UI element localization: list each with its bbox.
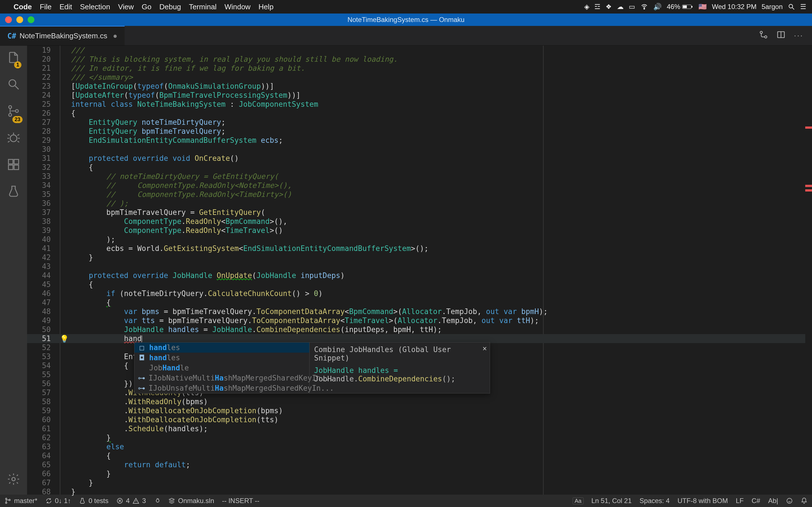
cursor-position[interactable]: Ln 51, Col 21	[592, 497, 632, 505]
notifications-icon[interactable]	[801, 497, 808, 504]
eol[interactable]: LF	[736, 497, 744, 505]
code-line[interactable]: 22/// </summary>	[27, 73, 812, 82]
encoding[interactable]: UTF-8 with BOM	[677, 497, 728, 505]
code-line[interactable]: 58 .WithReadOnly(bpms)	[27, 397, 812, 406]
code-line[interactable]: 65 return default;	[27, 460, 812, 469]
language-mode[interactable]: C#	[752, 497, 760, 505]
code-line[interactable]: 63 else	[27, 442, 812, 451]
window-minimize-icon[interactable]	[16, 16, 23, 23]
suggest-item[interactable]: JobHandle	[135, 363, 309, 373]
app-name[interactable]: Code	[13, 3, 32, 11]
username[interactable]: 5argon	[762, 3, 783, 11]
menu-window[interactable]: Window	[224, 3, 250, 11]
code-line[interactable]: 40 );	[27, 235, 812, 244]
code-line[interactable]: 61 .Schedule(handles);	[27, 424, 812, 433]
code-line[interactable]: 31 protected override void OnCreate()	[27, 154, 812, 163]
display-icon[interactable]: ▭	[629, 3, 635, 11]
menu-go[interactable]: Go	[142, 3, 152, 11]
code-line[interactable]: 20/// This is blocking system, in real p…	[27, 55, 812, 64]
code-line[interactable]: 46 if (noteTimeDirtyQuery.CalculateChunk…	[27, 289, 812, 298]
clock[interactable]: Wed 10:32 PM	[712, 3, 756, 11]
code-line[interactable]: 47 {	[27, 298, 812, 307]
code-line[interactable]: 37 bpmTimeTravelQuery = GetEntityQuery(	[27, 208, 812, 217]
code-line[interactable]: 34 // ComponentType.ReadOnly<NoteTime>()…	[27, 181, 812, 190]
suggest-item[interactable]: ◘handles	[135, 353, 309, 363]
settings-gear-icon[interactable]	[7, 479, 20, 488]
indentation[interactable]: Spaces: 4	[640, 497, 670, 505]
wifi-icon[interactable]	[640, 3, 648, 11]
testing-icon[interactable]	[7, 184, 20, 200]
code-line[interactable]: 19///	[27, 46, 812, 55]
cloud-icon[interactable]: ☁	[617, 3, 624, 11]
code-line[interactable]: 66 }	[27, 469, 812, 478]
code-line[interactable]: 21/// In editor, it is fine if we lag fo…	[27, 64, 812, 73]
feedback-icon[interactable]	[786, 497, 793, 504]
solution-indicator[interactable]: Onmaku.sln	[168, 497, 214, 505]
code-line[interactable]: 60 .WithDeallocateOnJobCompletion(tts)	[27, 415, 812, 424]
search-icon[interactable]	[7, 77, 20, 93]
fire-icon[interactable]	[154, 497, 160, 504]
code-line[interactable]: 33 // noteTimeDirtyQuery = GetEntityQuer…	[27, 172, 812, 181]
battery-icon[interactable]: 46%	[667, 3, 693, 11]
overview-ruler[interactable]	[805, 46, 812, 495]
menu-terminal[interactable]: Terminal	[189, 3, 216, 11]
lightbulb-icon[interactable]: 💡	[60, 335, 69, 343]
code-line[interactable]: 26{	[27, 109, 812, 118]
code-line[interactable]: 41 ecbs = World.GetExistingSystem<EndSim…	[27, 244, 812, 253]
suggest-item[interactable]: ⊶IJobNativeMultiHashMapMergedSharedKeyIn…	[135, 373, 309, 383]
more-actions-icon[interactable]: ···	[794, 31, 804, 40]
code-line[interactable]: 64 {	[27, 451, 812, 460]
case-sensitive-icon[interactable]: Aa	[573, 497, 583, 504]
suggest-list[interactable]: □handles◘handlesJobHandle⊶IJobNativeMult…	[135, 342, 309, 393]
menu-file[interactable]: File	[40, 3, 52, 11]
suggest-item[interactable]: □handles	[135, 342, 309, 353]
code-line[interactable]: 59 .WithDeallocateOnJobCompletion(bpms)	[27, 406, 812, 415]
code-line[interactable]: 45 {	[27, 280, 812, 289]
split-editor-icon[interactable]	[776, 30, 785, 41]
code-line[interactable]: 36 // );	[27, 199, 812, 208]
code-line[interactable]: 44 protected override JobHandle OnUpdate…	[27, 271, 812, 280]
code-line[interactable]: 27 EntityQuery noteTimeDirtyQuery;	[27, 118, 812, 127]
menu-selection[interactable]: Selection	[80, 3, 110, 11]
dropbox-icon[interactable]: ❖	[606, 3, 612, 11]
close-icon[interactable]: ×	[483, 344, 487, 353]
code-line[interactable]: 38 ComponentType.ReadOnly<BpmCommand>(),	[27, 217, 812, 226]
code-line[interactable]: 50 JobHandle handles = JobHandle.Combine…	[27, 325, 812, 334]
code-line[interactable]: 25internal class NoteTimeBakingSystem : …	[27, 100, 812, 109]
spotlight-icon[interactable]	[788, 3, 795, 10]
code-line[interactable]: 28 EntityQuery bpmTimeTravelQuery;	[27, 127, 812, 136]
extensions-icon[interactable]	[7, 158, 20, 173]
flag-icon[interactable]: 🇺🇸	[698, 3, 707, 11]
debug-icon[interactable]	[7, 131, 20, 147]
menu-edit[interactable]: Edit	[59, 3, 72, 11]
window-maximize-icon[interactable]	[28, 16, 35, 23]
sync-icon[interactable]: ☲	[594, 3, 601, 11]
code-line[interactable]: 51 hand	[27, 334, 812, 343]
menu-view[interactable]: View	[118, 3, 134, 11]
unity-icon[interactable]: ◈	[584, 3, 589, 11]
code-line[interactable]: 68}	[27, 487, 812, 496]
problems-status[interactable]: 4 3	[116, 497, 146, 505]
branch-indicator[interactable]: master*	[4, 497, 38, 505]
code-line[interactable]: 42 }	[27, 253, 812, 262]
code-line[interactable]: 24[UpdateAfter(typeof(BpmTimeTravelProce…	[27, 91, 812, 100]
window-close-icon[interactable]	[5, 16, 12, 23]
code-line[interactable]: 49 var tts = bpmTimeTravelQuery.ToCompon…	[27, 316, 812, 325]
sync-status[interactable]: 0↓ 1↑	[45, 497, 71, 505]
menu-help[interactable]: Help	[259, 3, 273, 11]
ext-indicator[interactable]: Ab|	[768, 497, 778, 505]
tests-status[interactable]: 0 tests	[79, 497, 109, 505]
volume-icon[interactable]: 🔊	[653, 3, 662, 11]
code-line[interactable]: 23[UpdateInGroup(typeof(OnmakuSimulation…	[27, 82, 812, 91]
code-line[interactable]: 39 ComponentType.ReadOnly<TimeTravel>()	[27, 226, 812, 235]
compare-changes-icon[interactable]	[759, 30, 768, 41]
code-line[interactable]: 62 }	[27, 433, 812, 442]
menu-debug[interactable]: Debug	[159, 3, 181, 11]
code-line[interactable]: 30	[27, 145, 812, 154]
code-line[interactable]: 35 // ComponentType.ReadOnly<TimeDirty>(…	[27, 190, 812, 199]
code-line[interactable]: 32 {	[27, 163, 812, 172]
control-center-icon[interactable]: ☰	[800, 3, 806, 11]
code-line[interactable]: 67 }	[27, 478, 812, 487]
code-line[interactable]: 48 var bpms = bpmTimeTravelQuery.ToCompo…	[27, 307, 812, 316]
editor[interactable]: 19///20/// This is blocking system, in r…	[27, 46, 812, 495]
